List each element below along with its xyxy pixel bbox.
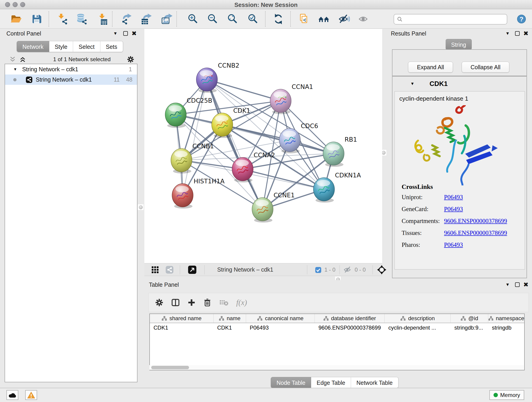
network-canvas[interactable]: CCNB2CCNA1CDC25BCDK1CDC6RB1CCNB1CCNA2CDK… [144, 29, 382, 263]
column-header-canonical-name[interactable]: canonical name [246, 314, 315, 323]
float-panel-icon[interactable] [515, 282, 520, 287]
zoom-selected-icon[interactable] [247, 13, 259, 26]
crosslink-link[interactable]: P06493 [444, 206, 463, 212]
column-header-namespace[interactable]: namespace [488, 314, 525, 323]
column-header-name[interactable]: name [214, 314, 246, 323]
network-node-ccnb2[interactable] [196, 68, 217, 93]
collapse-triangle-icon[interactable]: ▼ [410, 81, 414, 86]
network-edge-ccnb1-cdkn1a[interactable] [181, 160, 324, 189]
toolbar-separator [177, 11, 177, 27]
zoom-fit-icon[interactable] [226, 13, 239, 26]
close-panel-icon[interactable]: ✖ [132, 31, 137, 36]
column-header-shared-name[interactable]: shared name [150, 314, 214, 323]
crosslink-label: Pharos: [402, 241, 444, 249]
protein-section-header[interactable]: ▼ CDK1 [393, 77, 526, 91]
return-home-icon[interactable] [317, 13, 330, 26]
table-row[interactable]: CDK1CDK1P064939606.ENSP00000378699cyclin… [150, 323, 524, 333]
control-panel-title: Control Panel [6, 30, 41, 37]
panel-menu-icon[interactable]: ▼ [505, 31, 510, 36]
tab-node-table[interactable]: Node Table [271, 377, 311, 388]
panel-menu-icon[interactable]: ▼ [113, 31, 118, 36]
table-settings-gear-icon[interactable] [155, 298, 163, 307]
left-splitter-handle[interactable] [138, 204, 144, 211]
tab-edge-table[interactable]: Edge Table [311, 377, 351, 388]
crosslink-link[interactable]: P06493 [444, 241, 463, 248]
export-network-icon[interactable] [120, 13, 133, 26]
collection-count: 1 [129, 66, 132, 73]
crosslink-row: Uniprot:P06493 [402, 194, 521, 201]
panel-menu-icon[interactable]: ▼ [505, 282, 510, 287]
search-input[interactable] [403, 16, 501, 22]
network-view-icon[interactable] [165, 266, 174, 274]
close-panel-icon[interactable]: ✖ [523, 31, 529, 36]
crosslink-label: Tissues: [402, 230, 444, 236]
tab-sets[interactable]: Sets [100, 41, 123, 52]
gear-icon[interactable] [127, 56, 134, 63]
scrollbar-thumb[interactable] [151, 366, 189, 369]
crosslink-label: Uniprot: [402, 194, 444, 201]
grid-view-icon[interactable] [151, 266, 159, 274]
network-node-ccna2[interactable] [232, 157, 253, 182]
tab-style[interactable]: Style [49, 41, 73, 52]
memory-button[interactable]: Memory [489, 390, 524, 400]
clone-network-icon[interactable] [297, 13, 310, 26]
tab-network[interactable]: Network [17, 41, 49, 52]
crosslink-link[interactable]: 9606.ENSP00000378699 [444, 217, 507, 224]
fit-selected-crosshair-icon[interactable] [377, 265, 386, 274]
collapse-triangle-icon[interactable]: ▼ [13, 67, 17, 72]
warnings-button[interactable] [25, 390, 37, 400]
import-table-file-icon[interactable] [96, 13, 109, 26]
zoom-in-icon[interactable] [186, 13, 199, 26]
tab-string[interactable]: String [446, 39, 472, 50]
network-node-rb1[interactable] [323, 142, 344, 167]
selected-checkbox-icon[interactable] [315, 267, 322, 273]
export-table-icon[interactable] [140, 13, 153, 26]
network-node-ccne1[interactable] [252, 198, 273, 223]
network-node-hist1h1a[interactable] [172, 184, 193, 209]
save-session-icon[interactable] [30, 13, 43, 26]
network-node-ccna1[interactable] [270, 89, 291, 114]
delete-trash-icon[interactable] [203, 298, 211, 307]
table-toolbar: f(x) [148, 293, 529, 312]
import-network-database-icon[interactable] [75, 13, 88, 26]
crosslink-link[interactable]: 9606.ENSP00000378699 [444, 230, 507, 236]
add-column-icon[interactable] [188, 299, 196, 306]
network-node-cdc6[interactable] [279, 128, 300, 153]
search-field[interactable] [394, 14, 507, 25]
collapse-all-icon[interactable] [9, 56, 16, 63]
network-view-title: String Network – cdk1 [217, 266, 273, 273]
tab-network-table[interactable]: Network Table [351, 377, 399, 388]
tree-icon [461, 316, 466, 321]
zoom-out-icon[interactable] [206, 13, 219, 26]
tab-select[interactable]: Select [73, 41, 100, 52]
column-header-description[interactable]: description [385, 314, 451, 323]
close-panel-icon[interactable]: ✖ [523, 282, 529, 287]
string-network-graph[interactable]: CCNB2CCNA1CDC25BCDK1CDC6RB1CCNB1CCNA2CDK… [144, 29, 382, 263]
float-panel-icon[interactable] [515, 31, 520, 36]
table-horizontal-scrollbar[interactable] [149, 365, 524, 370]
detach-view-icon[interactable] [188, 265, 196, 274]
network-collection-row[interactable]: ▼ String Network – cdk1 1 [5, 64, 137, 75]
network-node-cdk1[interactable] [212, 113, 233, 138]
expand-all-icon[interactable] [19, 56, 26, 63]
hidden-count: 0 - 0 [355, 267, 366, 273]
network-row[interactable]: String Network – cdk1 11 48 [5, 75, 137, 85]
help-icon[interactable]: ? [515, 13, 528, 26]
crosslink-link[interactable]: P06493 [444, 194, 463, 201]
network-node-ccnb1[interactable] [171, 148, 192, 173]
column-header-at-id[interactable]: @id [451, 314, 488, 323]
export-image-icon[interactable] [160, 13, 173, 26]
column-header-database-identifier[interactable]: database identifier [315, 314, 385, 323]
import-network-file-icon[interactable] [56, 13, 69, 26]
expand-all-button[interactable]: Expand All [408, 62, 453, 73]
node-label-ccnb1: CCNB1 [192, 143, 214, 150]
show-columns-icon[interactable] [171, 298, 180, 307]
open-session-icon[interactable] [10, 13, 22, 26]
collapse-all-button[interactable]: Collapse All [462, 62, 509, 73]
cloud-button[interactable] [6, 390, 18, 400]
network-node-cdc25b[interactable] [165, 103, 186, 128]
network-node-cdkn1a[interactable] [313, 178, 335, 203]
refresh-icon[interactable] [272, 13, 285, 26]
hide-selected-icon[interactable] [337, 13, 350, 26]
float-panel-icon[interactable] [123, 31, 128, 36]
